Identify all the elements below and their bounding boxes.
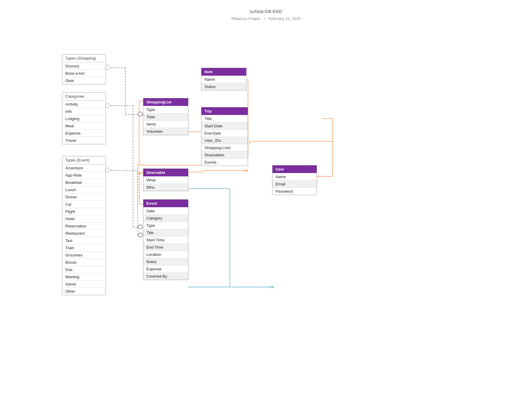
field-events: Events: [201, 158, 248, 166]
field-what: What: [143, 176, 188, 184]
field-volunteer: Volunteer: [143, 128, 188, 135]
trip-header: Trip: [201, 107, 248, 115]
field-end-date: End-Date: [201, 129, 248, 137]
list-item: Meeting: [62, 273, 106, 280]
field-start-date: Start-Date: [201, 122, 248, 129]
field-type: Type: [143, 106, 188, 113]
item-entity: Item Name Status: [201, 68, 246, 90]
circle-icon: [138, 112, 143, 116]
list-item: Info: [62, 108, 106, 115]
list-item: Restaurant: [62, 230, 106, 237]
list-item: Activity: [62, 100, 106, 108]
field-date: Date: [143, 207, 188, 214]
field-end-time: End-Time: [143, 243, 188, 251]
diagram-container: Types (Shopping) Grocery Boze-a-hol Gear…: [0, 21, 532, 408]
list-item: Lodging: [62, 115, 106, 122]
list-item: Meal: [62, 122, 106, 129]
shoppinglist-entity: ShoppingList Type Total Items Volunteer: [143, 98, 188, 135]
types-shopping-lookup: Types (Shopping) Grocery Boze-a-hol Gear: [62, 54, 106, 84]
circle-icon: [138, 233, 143, 237]
list-item: Car: [62, 201, 106, 208]
field-start-time: Start-Time: [143, 236, 188, 243]
types-event-header: Types (Event): [62, 156, 106, 164]
field-expense: Expense: [143, 265, 188, 272]
page-title: turlista-DB-ERD: [0, 9, 532, 14]
list-item: App-Ride: [62, 171, 106, 179]
page-subtitle: Rebecca Chapin | February 15, 2025: [0, 16, 532, 21]
trip-entity: Trip Title Start-Date End-Date User_IDs …: [201, 107, 248, 166]
field-location: Location: [143, 251, 188, 258]
field-password: Password: [273, 188, 317, 195]
field-items: Items: [143, 120, 188, 128]
field-who: Who: [143, 184, 188, 191]
user-entity: User Name Email Password: [272, 165, 317, 195]
list-item: Flight: [62, 208, 106, 215]
list-item: Boze-a-hol: [62, 70, 106, 77]
svg-line-48: [272, 286, 274, 287]
field-shopping-lists: Shopping-Lists`: [201, 144, 248, 151]
field-type: Type: [143, 222, 188, 229]
field-title: Title: [201, 115, 248, 122]
svg-line-33: [246, 169, 248, 171]
field-email: Email: [273, 180, 317, 188]
list-item: Reservation: [62, 222, 106, 230]
list-item: Gas: [62, 266, 106, 273]
field-status: Status: [201, 83, 246, 90]
list-item: Taxi: [62, 237, 106, 244]
types-event-lookup: Types (Event) Acventure App-Ride Breakfa…: [62, 156, 106, 295]
shareable-entity: Shareable What Who: [143, 168, 188, 191]
field-covered-by: Covered-By: [143, 272, 188, 280]
shoppinglist-header: ShoppingList: [143, 98, 188, 106]
field-total: Total: [143, 113, 188, 120]
list-item: Travel: [62, 137, 106, 144]
list-item: Grocery: [62, 62, 106, 70]
list-item: Other: [62, 288, 106, 295]
list-item: Hotel: [62, 215, 106, 222]
shareable-header: Shareable: [143, 169, 188, 176]
categories-header: Categories: [62, 93, 106, 100]
svg-line-34: [246, 171, 248, 172]
field-title: Title: [143, 229, 188, 236]
categories-lookup: Categories Activity Info Lodging Meal Ex…: [62, 92, 106, 144]
field-name: Name: [273, 173, 317, 180]
list-item: Game: [62, 280, 106, 288]
circle-icon: [138, 224, 143, 229]
field-category: Category: [143, 214, 188, 222]
list-item: Dinner: [62, 193, 106, 201]
user-header: User: [273, 165, 317, 173]
field-name: Name: [201, 76, 246, 83]
list-item: Train: [62, 244, 106, 251]
field-user-ids: User_IDs: [201, 137, 248, 144]
svg-line-49: [272, 287, 274, 288]
event-entity: Event Date Category Type Title Start-Tim…: [143, 199, 188, 280]
date: February 15, 2025: [269, 16, 301, 21]
list-item: Acventure: [62, 164, 106, 171]
list-item: Gear: [62, 77, 106, 84]
field-shareables: Shareables: [201, 151, 248, 158]
author: Rebecca Chapin: [231, 16, 260, 21]
types-shopping-header: Types (Shopping): [62, 54, 106, 62]
event-header: Event: [143, 200, 188, 207]
list-item: Groceries: [62, 251, 106, 259]
item-header: Item: [201, 68, 246, 76]
field-notes: Notes: [143, 258, 188, 265]
list-item: Booze: [62, 259, 106, 266]
list-item: Lunch: [62, 186, 106, 193]
list-item: Expense: [62, 129, 106, 137]
list-item: Breakfast: [62, 179, 106, 186]
